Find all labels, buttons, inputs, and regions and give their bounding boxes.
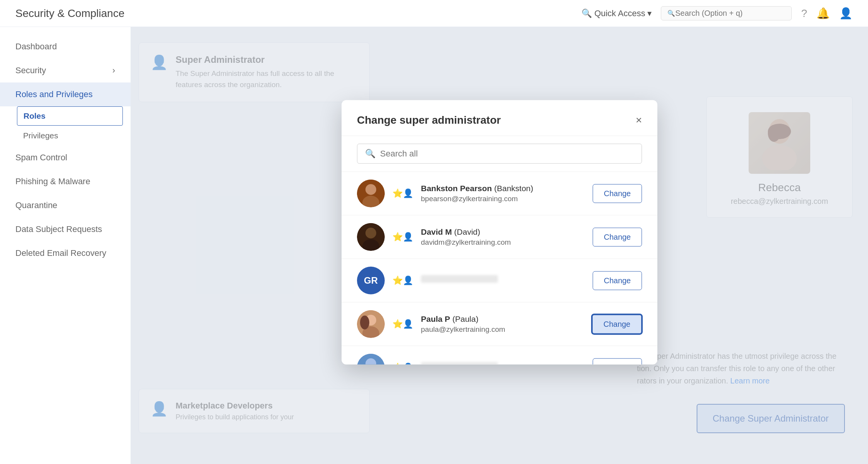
modal-search-area: 🔍 <box>342 136 657 172</box>
svg-point-5 <box>365 184 376 195</box>
user-role-icon-bankston: ⭐👤 <box>392 188 413 198</box>
user-role-icon-last: ⭐👤 <box>392 363 413 365</box>
user-role-icon-gr: ⭐👤 <box>392 276 413 286</box>
app-title: Security & Compliance <box>15 7 581 20</box>
svg-point-13 <box>360 316 369 330</box>
user-name-bankston: Bankston Pearson (Bankston) <box>421 184 585 193</box>
sidebar-item-dashboard[interactable]: Dashboard <box>0 35 131 59</box>
modal-header: Change super administrator × <box>342 100 657 136</box>
search-icon: 🔍 <box>581 8 592 18</box>
sidebar-item-data-subject[interactable]: Data Subject Requests <box>0 217 131 241</box>
main-content: 👤 Super Administrator The Super Administ… <box>131 27 868 464</box>
change-button-bankston[interactable]: Change <box>593 184 642 203</box>
change-button-david[interactable]: Change <box>593 227 642 246</box>
user-row-paula: ⭐👤 Paula P (Paula) paula@zylkertraining.… <box>342 303 657 346</box>
modal-search-box[interactable]: 🔍 <box>357 144 642 164</box>
user-details-gr <box>421 275 585 286</box>
sidebar-privileges-label: Privileges <box>23 131 58 140</box>
modal-search-icon: 🔍 <box>365 149 375 159</box>
user-row-david: ⭐👤 David M (David) davidm@zylkertraining… <box>342 215 657 259</box>
user-row-bankston: ⭐👤 Bankston Pearson (Bankston) bpearson@… <box>342 172 657 215</box>
avatar-paula <box>357 310 385 338</box>
avatar-david <box>357 223 385 251</box>
modal-close-button[interactable]: × <box>636 115 642 126</box>
search-icon-small: 🔍 <box>667 10 675 17</box>
david-photo <box>357 223 385 251</box>
sidebar-roles-label: Roles <box>23 111 45 120</box>
blurred-name-gr <box>421 275 498 282</box>
user-role-icon-david: ⭐👤 <box>392 232 413 242</box>
sidebar-phishing-label: Phishing & Malware <box>15 177 90 187</box>
modal-search-input[interactable] <box>380 149 634 159</box>
sidebar-item-phishing-malware[interactable]: Phishing & Malware <box>0 170 131 193</box>
change-button-gr[interactable]: Change <box>593 271 642 290</box>
modal-title: Change super administrator <box>357 114 501 126</box>
user-email-bankston: bpearson@zylkertraining.com <box>421 195 585 203</box>
user-details-david: David M (David) davidm@zylkertraining.co… <box>421 227 585 247</box>
sidebar-sub-item-roles[interactable]: Roles <box>17 106 123 126</box>
sidebar-sub-item-privileges[interactable]: Privileges <box>0 126 131 146</box>
chevron-down-icon: ▾ <box>647 8 652 18</box>
help-icon[interactable]: ? <box>801 7 807 20</box>
blurred-name-last <box>421 362 498 365</box>
user-details-bankston: Bankston Pearson (Bankston) bpearson@zyl… <box>421 184 585 203</box>
user-name-gr <box>421 275 585 284</box>
notification-icon[interactable]: 🔔 <box>816 7 830 20</box>
user-name-david: David M (David) <box>421 227 585 237</box>
sidebar-roles-privileges-label: Roles and Privileges <box>15 89 93 99</box>
chevron-right-icon: › <box>112 66 115 76</box>
global-search-input[interactable] <box>675 9 785 18</box>
user-row-last: ⭐👤 Change <box>342 346 657 365</box>
avatar-gr: GR <box>357 267 385 294</box>
user-avatar-icon[interactable]: 👤 <box>839 7 853 20</box>
global-search[interactable]: 🔍 <box>661 6 792 20</box>
sidebar-item-quarantine[interactable]: Quarantine <box>0 193 131 217</box>
user-details-paula: Paula P (Paula) paula@zylkertraining.com <box>421 314 584 334</box>
user-name-paula: Paula P (Paula) <box>421 314 584 324</box>
user-email-paula: paula@zylkertraining.com <box>421 325 584 334</box>
user-name-last <box>421 362 585 365</box>
sidebar-deleted-email-label: Deleted Email Recovery <box>15 248 106 258</box>
sidebar-item-security[interactable]: Security › <box>0 59 131 82</box>
avatar-last <box>357 354 385 365</box>
svg-point-8 <box>365 228 376 239</box>
sidebar-dashboard-label: Dashboard <box>15 42 57 52</box>
sidebar-security-label: Security <box>15 66 46 76</box>
paula-photo <box>357 310 385 338</box>
sidebar-quarantine-label: Quarantine <box>15 200 57 210</box>
avatar-bankston <box>357 180 385 207</box>
sidebar-data-subject-label: Data Subject Requests <box>15 224 102 234</box>
change-button-last[interactable]: Change <box>593 358 642 365</box>
last-photo <box>357 354 385 365</box>
sidebar: Dashboard Security › Roles and Privilege… <box>0 27 131 464</box>
header-right: 🔍 Quick Access ▾ 🔍 ? 🔔 👤 <box>581 6 853 20</box>
header: Security & Compliance 🔍 Quick Access ▾ 🔍… <box>0 0 868 27</box>
user-row-gr: GR ⭐👤 Change <box>342 259 657 303</box>
sidebar-spam-label: Spam Control <box>15 153 67 163</box>
quick-access-button[interactable]: 🔍 Quick Access ▾ <box>581 8 652 18</box>
sidebar-item-deleted-email[interactable]: Deleted Email Recovery <box>0 241 131 265</box>
sidebar-item-roles-privileges[interactable]: Roles and Privileges <box>0 82 131 106</box>
change-button-paula[interactable]: Change <box>592 314 642 334</box>
modal-user-list: ⭐👤 Bankston Pearson (Bankston) bpearson@… <box>342 172 657 365</box>
user-role-icon-paula: ⭐👤 <box>392 319 413 329</box>
user-details-last <box>421 362 585 365</box>
bankston-photo <box>357 180 385 207</box>
change-super-admin-modal: Change super administrator × 🔍 <box>342 100 657 365</box>
quick-access-label: Quick Access <box>594 8 645 18</box>
sidebar-item-spam-control[interactable]: Spam Control <box>0 146 131 170</box>
user-email-david: davidm@zylkertraining.com <box>421 238 585 247</box>
